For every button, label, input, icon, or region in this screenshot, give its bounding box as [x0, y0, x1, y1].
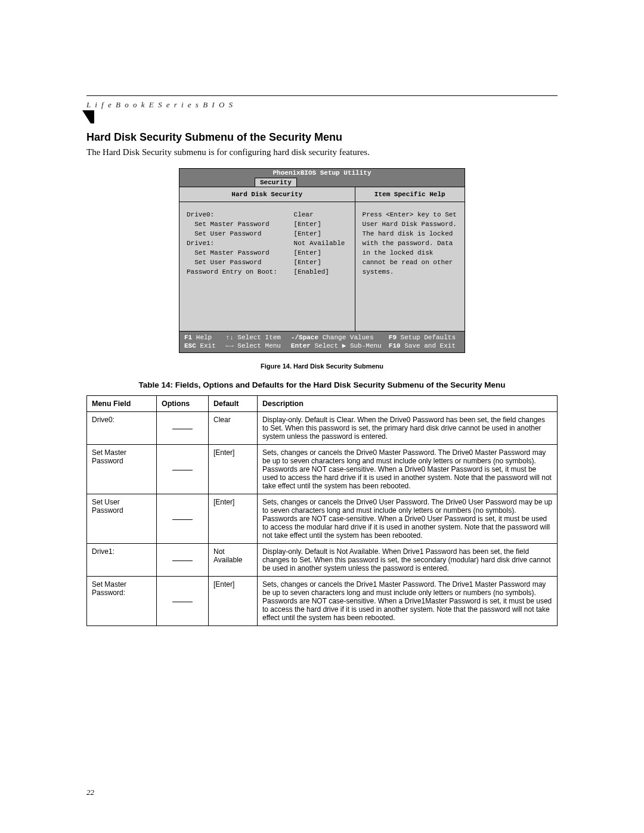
cell-default: [Enter]	[209, 577, 258, 626]
cell-menu-field: Set User Password	[87, 494, 157, 544]
bios-item-value: [Enabled]	[294, 268, 348, 277]
fields-table: Menu Field Options Default Description D…	[86, 395, 558, 626]
bios-footer-cell: F1 Help	[184, 333, 226, 342]
bios-footer-cell: Enter Select ▶ Sub-Menu	[291, 342, 389, 351]
th-description: Description	[258, 396, 558, 412]
bios-footer-cell: -/Space Change Values	[291, 333, 389, 342]
cell-menu-field: Drive1:	[87, 544, 157, 577]
corner-tab-tri	[82, 110, 91, 123]
cell-default: Clear	[209, 412, 258, 445]
bios-item-value: [Enter]	[294, 249, 348, 258]
cell-options	[157, 544, 209, 577]
cell-description: Sets, changes or cancels the Drive1 Mast…	[258, 577, 558, 626]
table-row: Set Master Password[Enter]Sets, changes …	[87, 445, 558, 494]
page-number: 22	[86, 788, 94, 797]
bios-left-header: Hard Disk Security	[179, 187, 355, 202]
bios-item-label: Drive0:	[187, 210, 294, 220]
bios-item-value: [Enter]	[294, 220, 348, 230]
bios-item-row: Drive1:Not Available	[187, 239, 348, 249]
th-options: Options	[157, 396, 209, 412]
cell-menu-field: Set Master Password:	[87, 577, 157, 626]
bios-item-row: Password Entry on Boot:[Enabled]	[187, 268, 348, 277]
bios-item-row: Set User Password[Enter]	[187, 258, 348, 268]
bios-title: PhoenixBIOS Setup Utility	[179, 168, 465, 177]
bios-item-value: [Enter]	[294, 230, 348, 239]
bios-help-text: Press <Enter> key to Set User Hard Disk …	[355, 202, 465, 331]
cell-options	[157, 445, 209, 494]
bios-item-row: Drive0:Clear	[187, 210, 348, 220]
cell-description: Display-only. Default is Clear. When the…	[258, 412, 558, 445]
cell-default: [Enter]	[209, 494, 258, 544]
bios-footer-cell: F9 Setup Defaults	[389, 333, 460, 342]
bios-item-row: Set User Password[Enter]	[187, 230, 348, 239]
section-intro: The Hard Disk Security submenu is for co…	[86, 147, 558, 157]
cell-description: Sets, changes or cancels the Drive0 Mast…	[258, 445, 558, 494]
table-row: Drive0:ClearDisplay-only. Default is Cle…	[87, 412, 558, 445]
bios-footer-cell: ESC Exit	[184, 342, 226, 351]
table-row: Drive1:Not AvailableDisplay-only. Defaul…	[87, 544, 558, 577]
cell-description: Display-only. Default is Not Available. …	[258, 544, 558, 577]
bios-screenshot: PhoenixBIOS Setup Utility Security Hard …	[179, 168, 465, 353]
th-default: Default	[209, 396, 258, 412]
top-rule	[86, 95, 558, 96]
running-head: L i f e B o o k E S e r i e s B I O S	[86, 100, 234, 110]
bios-item-row: Set Master Password[Enter]	[187, 220, 348, 230]
table-row: Set Master Password:[Enter]Sets, changes…	[87, 577, 558, 626]
bios-item-label: Set User Password	[187, 258, 294, 268]
bios-item-label: Drive1:	[187, 239, 294, 249]
figure-caption: Figure 14. Hard Disk Security Submenu	[86, 363, 558, 370]
cell-menu-field: Drive0:	[87, 412, 157, 445]
cell-default: Not Available	[209, 544, 258, 577]
bios-item-value: Clear	[294, 210, 348, 220]
table-row: Set User Password[Enter]Sets, changes or…	[87, 494, 558, 544]
cell-menu-field: Set Master Password	[87, 445, 157, 494]
bios-item-value: [Enter]	[294, 258, 348, 268]
cell-options	[157, 494, 209, 544]
bios-items-panel: Drive0:Clear Set Master Password[Enter] …	[179, 202, 355, 331]
table-caption: Table 14: Fields, Options and Defaults f…	[86, 380, 558, 389]
bios-footer-cell: ↑↓ Select Item	[226, 333, 291, 342]
th-menu-field: Menu Field	[87, 396, 157, 412]
bios-footer-cell: ←→ Select Menu	[226, 342, 291, 351]
cell-description: Sets, changes or cancels the Drive0 User…	[258, 494, 558, 544]
section-title: Hard Disk Security Submenu of the Securi…	[86, 131, 558, 144]
cell-options	[157, 412, 209, 445]
corner-tab-rect	[91, 110, 94, 123]
bios-item-label: Set User Password	[187, 230, 294, 239]
bios-item-label: Set Master Password	[187, 220, 294, 230]
cell-options	[157, 577, 209, 626]
cell-default: [Enter]	[209, 445, 258, 494]
bios-item-row: Set Master Password[Enter]	[187, 249, 348, 258]
bios-item-value: Not Available	[294, 239, 348, 249]
bios-footer-cell: F10 Save and Exit	[389, 342, 460, 351]
bios-tab-bar: Security	[179, 177, 465, 187]
bios-right-header: Item Specific Help	[355, 187, 465, 202]
bios-footer: F1 Help↑↓ Select Item-/Space Change Valu…	[179, 332, 465, 354]
bios-item-label: Set Master Password	[187, 249, 294, 258]
bios-item-label: Password Entry on Boot:	[187, 268, 294, 277]
bios-active-tab: Security	[255, 178, 297, 187]
